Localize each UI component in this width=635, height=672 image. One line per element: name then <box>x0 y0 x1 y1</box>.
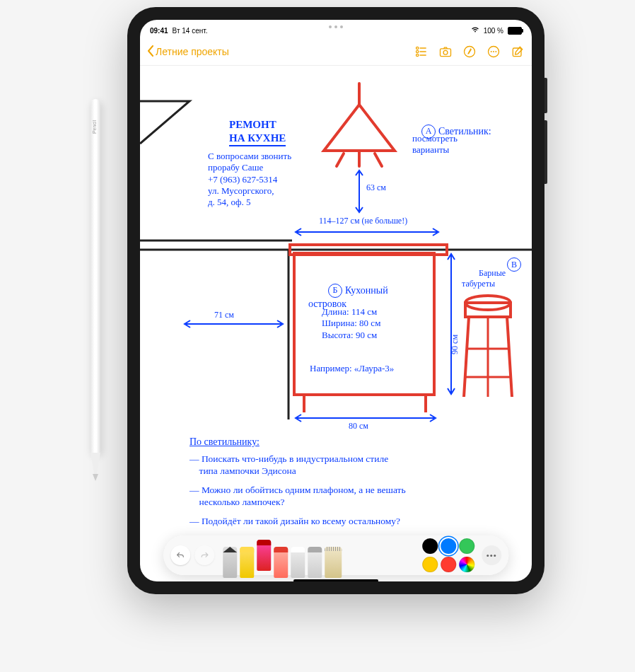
svg-rect-19 <box>290 245 447 255</box>
status-time: 09:41 <box>150 27 168 35</box>
island-specs: Длина: 114 см Ширина: 80 см Высота: 90 с… <box>322 306 380 341</box>
color-green[interactable] <box>459 538 474 554</box>
markup-icon[interactable] <box>462 45 477 59</box>
status-bar: 09:41 Вт 14 сент. 100 % <box>140 20 532 38</box>
svg-point-0 <box>416 47 419 49</box>
checklist-item-0: — Поискать что-нибудь в индустриальном с… <box>190 453 388 477</box>
svg-point-11 <box>493 51 494 52</box>
svg-rect-6 <box>441 49 451 57</box>
redo-button[interactable] <box>194 545 214 565</box>
multitask-icon[interactable] <box>329 25 343 28</box>
island-example: Например: «Лаура-3» <box>310 363 394 374</box>
tool-pencil[interactable] <box>257 540 271 571</box>
drawing-toolbar <box>163 535 508 575</box>
stool-label: Барные табуреты В <box>462 257 506 300</box>
svg-line-24 <box>464 317 469 397</box>
tool-marker[interactable] <box>240 547 254 578</box>
checklist-item-1: — Можно ли обойтись одним плафоном, а не… <box>190 485 406 509</box>
ipad-screen: 09:41 Вт 14 сент. 100 % Летние проекты <box>140 20 532 581</box>
svg-point-12 <box>495 51 496 52</box>
toolbar-more-button[interactable] <box>482 545 501 565</box>
dim-width-range: 114–127 см (не больше!) <box>319 216 407 226</box>
camera-icon[interactable] <box>438 45 453 59</box>
note-canvas[interactable]: РЕМОНТ НА КУХНЕ С вопросами звонить прор… <box>140 66 532 581</box>
battery-percent: 100 % <box>484 27 503 35</box>
checklist-title: По светильнику: <box>190 436 260 448</box>
home-indicator[interactable] <box>293 579 378 581</box>
undo-button[interactable] <box>170 545 190 565</box>
battery-icon <box>508 27 522 35</box>
apple-pencil: Pencil <box>88 99 103 495</box>
svg-point-10 <box>491 51 492 52</box>
status-date: Вт 14 сент. <box>173 27 208 35</box>
dim-90: 90 см <box>450 335 460 354</box>
tool-crayon[interactable] <box>274 547 288 578</box>
color-yellow[interactable] <box>422 557 438 572</box>
svg-point-2 <box>416 50 419 52</box>
color-blue[interactable] <box>441 538 456 554</box>
chevron-left-icon <box>147 45 154 59</box>
svg-line-25 <box>507 317 512 397</box>
note-contact: С вопросами звонить прорабу Саше +7 (963… <box>208 151 291 208</box>
pencil-brand-label: Pencil <box>92 120 97 134</box>
more-icon[interactable] <box>487 45 501 59</box>
svg-rect-23 <box>465 303 511 317</box>
ipad-device: 09:41 Вт 14 сент. 100 % Летние проекты <box>127 7 544 594</box>
checklist-item-2: — Подойдёт ли такой дизайн ко всему оста… <box>190 516 400 528</box>
dim-63: 63 см <box>366 183 386 193</box>
svg-point-7 <box>443 50 448 54</box>
wifi-icon <box>471 26 479 35</box>
svg-point-4 <box>416 54 419 56</box>
color-red[interactable] <box>441 557 456 572</box>
tool-pen[interactable] <box>223 547 237 578</box>
color-picker[interactable] <box>459 557 474 572</box>
color-black[interactable] <box>422 538 438 554</box>
tool-eraser[interactable] <box>291 547 305 578</box>
back-button[interactable]: Летние проекты <box>147 45 229 59</box>
back-label: Летние проекты <box>156 46 229 57</box>
format-options-icon[interactable] <box>414 45 429 59</box>
tool-lasso[interactable] <box>308 547 322 578</box>
compose-icon[interactable] <box>511 45 525 59</box>
dim-71: 71 см <box>214 310 234 320</box>
svg-line-16 <box>337 153 344 166</box>
tool-ruler[interactable] <box>325 547 342 578</box>
svg-line-17 <box>375 153 382 166</box>
dim-80: 80 см <box>349 421 368 431</box>
lamp-note: посмотреть варианты <box>412 133 458 156</box>
nav-bar: Летние проекты <box>140 38 532 66</box>
